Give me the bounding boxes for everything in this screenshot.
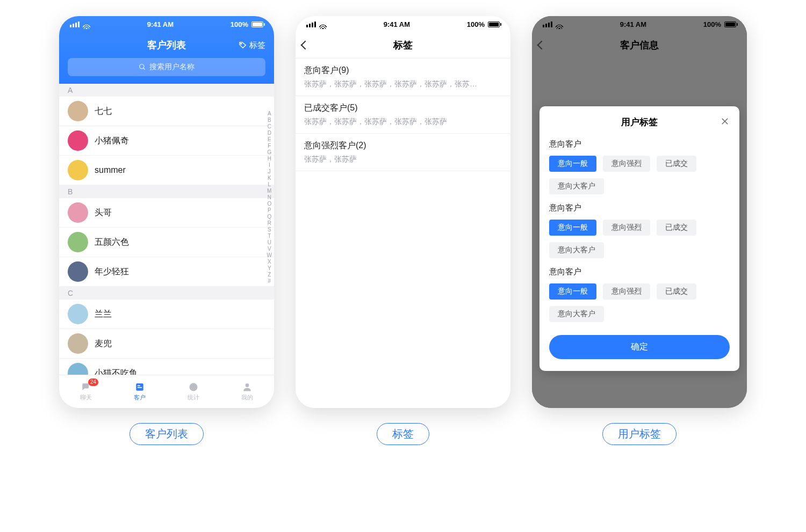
tab-统计[interactable]: 统计 xyxy=(167,375,220,408)
contact-row[interactable]: 小猫不吃鱼 xyxy=(59,359,274,375)
index-letter[interactable]: M xyxy=(267,188,271,194)
status-battery-pct: 100% xyxy=(703,20,721,28)
index-letter[interactable]: P xyxy=(268,207,271,214)
contact-row[interactable]: 小猪佩奇 xyxy=(59,126,274,156)
tag-chip[interactable]: 已成交 xyxy=(657,283,696,300)
phone-customer-list: 9:41 AM 100% 客户列表 标签 搜索用户名称 A七七小猪佩奇summe… xyxy=(59,16,274,408)
index-letter[interactable]: Q xyxy=(267,214,271,220)
phone-user-tags: 9:41 AM 100% 客户信息 用户标签 意向客户意向一般意向强烈已成交意向… xyxy=(532,16,747,408)
badge: 24 xyxy=(88,378,98,386)
phone-tags: 9:41 AM 100% 标签 意向客户(9)张苏萨，张苏萨，张苏萨，张苏萨，张… xyxy=(296,16,510,408)
tag-chip[interactable]: 意向大客户 xyxy=(549,178,604,194)
tag-group[interactable]: 意向强烈客户(2)张苏萨，张苏萨 xyxy=(296,134,510,171)
index-letter[interactable]: A xyxy=(268,111,271,117)
index-letter[interactable]: C xyxy=(268,123,271,130)
svg-point-0 xyxy=(241,43,242,44)
tag-chip[interactable]: 意向强烈 xyxy=(603,156,650,172)
status-time: 9:41 AM xyxy=(147,20,174,28)
tag-group[interactable]: 意向客户(9)张苏萨，张苏萨，张苏萨，张苏萨，张苏萨，张苏… xyxy=(296,59,510,96)
search-input[interactable]: 搜索用户名称 xyxy=(68,58,265,76)
tag-chip[interactable]: 意向一般 xyxy=(549,283,596,300)
tag-group[interactable]: 已成交客户(5)张苏萨，张苏萨，张苏萨，张苏萨，张苏萨 xyxy=(296,96,510,134)
confirm-button[interactable]: 确定 xyxy=(549,335,730,359)
contact-row[interactable]: 七七 xyxy=(59,97,274,126)
svg-line-2 xyxy=(143,68,145,70)
avatar xyxy=(68,304,88,324)
contact-name: 年少轻狂 xyxy=(95,266,129,278)
tag-group-members: 张苏萨，张苏萨 xyxy=(304,155,502,164)
contact-row[interactable]: summer xyxy=(59,156,274,185)
contact-row[interactable]: 年少轻狂 xyxy=(59,257,274,287)
index-letter[interactable]: H xyxy=(268,156,271,162)
index-letter[interactable]: T xyxy=(268,233,271,239)
index-letter[interactable]: B xyxy=(268,117,271,123)
tag-chip[interactable]: 意向强烈 xyxy=(603,220,650,236)
tag-category-title: 意向客户 xyxy=(549,139,730,149)
tag-chip[interactable]: 意向强烈 xyxy=(603,283,650,300)
status-battery-pct: 100% xyxy=(231,20,248,28)
index-letter[interactable]: U xyxy=(268,239,271,246)
index-letter[interactable]: Y xyxy=(268,265,271,272)
caption: 用户标签 xyxy=(602,423,677,445)
tab-icon xyxy=(241,382,253,392)
index-letter[interactable]: X xyxy=(268,259,271,265)
index-letter[interactable]: E xyxy=(268,136,271,143)
tab-icon xyxy=(188,382,199,392)
tab-聊天[interactable]: 聊天24 xyxy=(59,375,113,408)
index-letter[interactable]: I xyxy=(269,162,270,169)
signal-icon xyxy=(543,21,552,27)
index-letter[interactable]: V xyxy=(268,246,271,252)
alpha-index[interactable]: ABCDEFGHIJKLMNOPQRSTUVWXYZ# xyxy=(267,111,272,342)
status-time: 9:41 AM xyxy=(620,20,646,28)
tag-group-title: 意向强烈客户(2) xyxy=(304,140,502,151)
tag-chip[interactable]: 已成交 xyxy=(657,220,696,236)
contact-row[interactable]: 头哥 xyxy=(59,198,274,228)
index-letter[interactable]: D xyxy=(268,130,271,136)
tag-category-title: 意向客户 xyxy=(549,267,730,277)
back-button[interactable] xyxy=(302,42,308,48)
index-letter[interactable]: L xyxy=(268,181,271,188)
navbar: 客户列表 标签 xyxy=(59,32,274,58)
tag-category: 意向客户意向一般意向强烈已成交意向大客户 xyxy=(539,199,739,263)
tag-button[interactable]: 标签 xyxy=(239,40,265,50)
contact-row[interactable]: 兰兰 xyxy=(59,300,274,329)
chevron-left-icon xyxy=(537,41,546,50)
index-letter[interactable]: N xyxy=(268,194,271,201)
svg-rect-5 xyxy=(138,387,142,388)
index-letter[interactable]: G xyxy=(267,149,271,156)
tag-chip[interactable]: 意向一般 xyxy=(549,156,596,172)
caption: 客户列表 xyxy=(129,423,204,445)
index-letter[interactable]: Z xyxy=(268,272,271,278)
back-button[interactable] xyxy=(538,42,545,48)
contact-list: A七七小猪佩奇summerB头哥五颜六色年少轻狂C兰兰麦兜小猫不吃鱼ABCDEF… xyxy=(59,84,274,375)
index-letter[interactable]: J xyxy=(268,169,271,175)
status-battery-pct: 100% xyxy=(467,20,485,28)
index-letter[interactable]: # xyxy=(268,278,271,285)
index-letter[interactable]: K xyxy=(268,175,271,181)
status-bar: 9:41 AM 100% xyxy=(532,16,747,32)
index-letter[interactable]: S xyxy=(268,227,271,233)
close-button[interactable] xyxy=(720,116,730,128)
tag-chip[interactable]: 意向大客户 xyxy=(549,242,604,258)
tab-客户[interactable]: 客户 xyxy=(113,375,167,408)
index-letter[interactable]: O xyxy=(267,201,271,207)
tab-label: 统计 xyxy=(188,393,199,402)
contact-row[interactable]: 麦兜 xyxy=(59,329,274,359)
tag-chip[interactable]: 意向大客户 xyxy=(549,306,604,322)
search-icon xyxy=(139,63,146,71)
status-bar: 9:41 AM 100% xyxy=(59,16,274,32)
navbar: 客户信息 xyxy=(532,32,747,58)
index-letter[interactable]: F xyxy=(268,143,271,149)
index-letter[interactable]: R xyxy=(268,220,271,227)
tag-category: 意向客户意向一般意向强烈已成交意向大客户 xyxy=(539,263,739,326)
wifi-icon xyxy=(83,21,90,27)
index-letter[interactable]: W xyxy=(267,252,272,259)
tag-chip[interactable]: 已成交 xyxy=(657,156,696,172)
contact-name: 七七 xyxy=(95,106,112,117)
battery-icon xyxy=(724,21,736,27)
page-title: 标签 xyxy=(393,39,413,52)
avatar xyxy=(68,333,88,354)
tab-我的[interactable]: 我的 xyxy=(220,375,274,408)
tag-chip[interactable]: 意向一般 xyxy=(549,220,596,236)
contact-row[interactable]: 五颜六色 xyxy=(59,228,274,257)
